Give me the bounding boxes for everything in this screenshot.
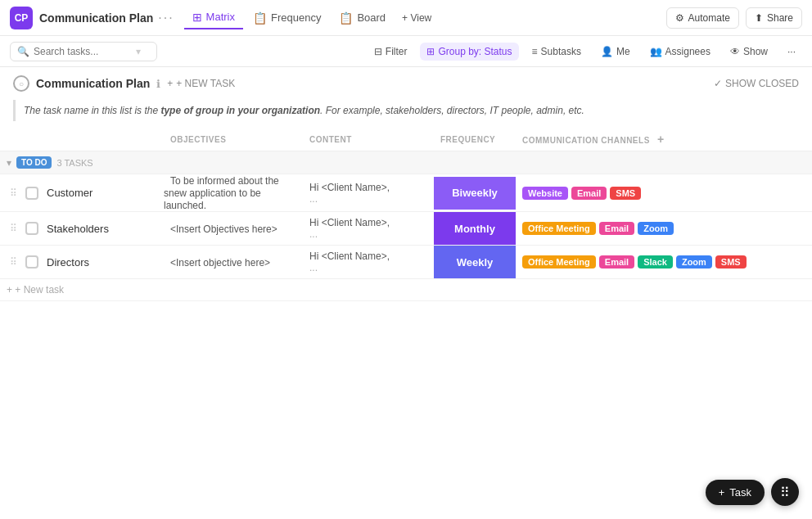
table-row: ⠿ Customer To be informed about the snew… xyxy=(0,174,812,212)
channels-list: Office Meeting Email Slack Zoom SMS xyxy=(516,255,812,269)
channel-tag-zoom[interactable]: Zoom xyxy=(676,255,712,269)
new-task-plus: + xyxy=(7,284,12,296)
task-checkbox[interactable] xyxy=(25,187,38,200)
task-name[interactable]: Directors xyxy=(47,256,89,269)
add-column-icon[interactable]: + xyxy=(657,133,665,146)
group-status-badge: TO DO xyxy=(16,156,52,169)
tab-board-label: Board xyxy=(357,11,386,24)
task-name[interactable]: Customer xyxy=(47,187,92,199)
assignees-button[interactable]: 👥 Assignees xyxy=(643,43,717,61)
info-banner: The task name in this list is the type o… xyxy=(13,100,799,121)
subtasks-button[interactable]: ≡ Subtasks xyxy=(526,43,588,61)
search-input[interactable] xyxy=(34,46,132,57)
col-header-objectives: OBJECTIVES xyxy=(164,128,303,151)
task-count: 3 TASKS xyxy=(56,158,92,168)
more-options-button[interactable]: ··· xyxy=(781,43,802,61)
project-title: Communication Plan xyxy=(36,77,150,90)
task-objectives-cell-customer: To be informed about the snew applicatio… xyxy=(164,174,303,212)
content-line2: ... xyxy=(309,228,427,240)
task-frequency-cell-customer[interactable]: Biweekly xyxy=(434,174,516,212)
matrix-icon: ⊞ xyxy=(192,11,202,24)
plus-icon: + xyxy=(167,78,173,89)
check-icon: ✓ xyxy=(714,78,722,89)
channel-tag-office-meeting[interactable]: Office Meeting xyxy=(522,222,596,235)
automate-icon: ⚙ xyxy=(675,12,684,24)
drag-handle-icon[interactable]: ⠿ xyxy=(7,187,20,199)
automate-button[interactable]: ⚙ Automate xyxy=(666,7,739,29)
share-button[interactable]: ⬆ Share xyxy=(746,7,802,29)
subtasks-icon: ≡ xyxy=(532,46,538,57)
channel-tag-slack[interactable]: Slack xyxy=(638,255,673,269)
task-frequency-cell-directors[interactable]: Weekly xyxy=(434,246,516,279)
app-title: Communication Plan xyxy=(39,11,153,25)
new-task-label: + NEW TASK xyxy=(176,78,235,89)
group-by-label: Group by: Status xyxy=(438,46,512,57)
task-table: OBJECTIVES CONTENT FREQUENCY COMMUNICATI… xyxy=(0,128,812,301)
task-checkbox[interactable] xyxy=(25,222,38,235)
table-header-row: OBJECTIVES CONTENT FREQUENCY COMMUNICATI… xyxy=(0,128,812,151)
channel-tag-email[interactable]: Email xyxy=(571,187,607,200)
frequency-badge: Monthly xyxy=(434,212,516,245)
col-header-channels: COMMUNICATION CHANNELS + xyxy=(516,128,812,151)
filter-icon: ⊟ xyxy=(374,46,382,57)
task-channels-cell-customer: Website Email SMS xyxy=(516,174,812,212)
task-content-cell-directors: Hi <Client Name>, ... xyxy=(303,246,434,279)
search-box[interactable]: 🔍 ▾ xyxy=(10,42,157,61)
drag-handle-icon[interactable]: ⠿ xyxy=(7,223,20,234)
top-nav: CP Communication Plan ··· ⊞ Matrix 📋 Fre… xyxy=(0,0,812,36)
new-task-cell[interactable]: + + New task xyxy=(0,279,812,301)
task-objectives-cell-directors: <Insert objective here> xyxy=(164,246,303,279)
content-area: ○ Communication Plan ℹ + + NEW TASK ✓ SH… xyxy=(0,67,812,301)
new-task-text: + New task xyxy=(15,284,64,296)
group-icon: ⊞ xyxy=(426,46,435,57)
task-content: Hi <Client Name>, ... xyxy=(303,250,434,273)
task-frequency-cell-stakeholders[interactable]: Monthly xyxy=(434,212,516,246)
automate-label: Automate xyxy=(688,12,730,24)
search-icon: 🔍 xyxy=(17,46,29,57)
group-header: ▾ TO DO 3 TASKS xyxy=(0,151,812,174)
nav-tabs: ⊞ Matrix 📋 Frequency 📋 Board + View xyxy=(184,7,439,29)
content-line1: Hi <Client Name>, xyxy=(309,250,427,262)
me-button[interactable]: 👤 Me xyxy=(594,43,637,61)
fab-dots-icon: ⠿ xyxy=(780,485,790,500)
tab-matrix[interactable]: ⊞ Matrix xyxy=(184,7,243,29)
tab-board[interactable]: 📋 Board xyxy=(331,7,394,29)
content-line1: Hi <Client Name>, xyxy=(309,217,427,228)
title-dots[interactable]: ··· xyxy=(158,11,174,25)
task-content-cell-stakeholders: Hi <Client Name>, ... xyxy=(303,212,434,246)
channel-tag-office-meeting[interactable]: Office Meeting xyxy=(522,255,596,269)
channel-tag-sms[interactable]: SMS xyxy=(715,255,747,269)
task-checkbox[interactable] xyxy=(25,255,38,269)
table-row: ⠿ Directors <Insert objective here> Hi <… xyxy=(0,246,812,279)
drag-handle-icon[interactable]: ⠿ xyxy=(7,256,20,268)
show-button[interactable]: 👁 Show xyxy=(724,43,774,61)
add-view-button[interactable]: + View xyxy=(395,8,438,28)
new-task-row[interactable]: + + New task xyxy=(0,279,812,301)
frequency-badge: Weekly xyxy=(434,246,516,278)
filter-button[interactable]: ⊟ Filter xyxy=(368,43,414,61)
fab-more-button[interactable]: ⠿ xyxy=(771,478,799,506)
content-line2: ... xyxy=(309,262,427,273)
channel-tag-zoom[interactable]: Zoom xyxy=(638,222,674,235)
group-toggle[interactable]: ▾ xyxy=(7,157,11,169)
channel-tag-email[interactable]: Email xyxy=(599,222,634,235)
tab-frequency[interactable]: 📋 Frequency xyxy=(245,7,329,29)
fab-task-button[interactable]: + Task xyxy=(706,480,765,505)
show-closed-button[interactable]: ✓ SHOW CLOSED xyxy=(714,78,799,89)
channel-tag-sms[interactable]: SMS xyxy=(610,187,641,200)
task-channels-cell-stakeholders: Office Meeting Email Zoom xyxy=(516,212,812,246)
group-by-button[interactable]: ⊞ Group by: Status xyxy=(420,43,518,61)
subtasks-label: Subtasks xyxy=(541,46,581,57)
task-content: Hi <Client Name>, ... xyxy=(303,217,434,240)
task-objectives: To be informed about the snew applicatio… xyxy=(164,175,279,211)
channel-tag-website[interactable]: Website xyxy=(522,187,568,200)
tab-matrix-label: Matrix xyxy=(206,11,235,23)
content-line1: Hi <Client Name>, xyxy=(309,182,427,193)
task-name[interactable]: Stakeholders xyxy=(47,223,109,235)
project-info-icon[interactable]: ℹ xyxy=(156,78,160,90)
me-label: Me xyxy=(616,46,630,57)
new-task-link[interactable]: + + NEW TASK xyxy=(167,78,235,89)
task-objectives: <Insert Objectives here> xyxy=(164,223,284,235)
info-text-after: . For example, stakeholders, directors, … xyxy=(320,105,584,116)
channel-tag-email[interactable]: Email xyxy=(599,255,634,269)
